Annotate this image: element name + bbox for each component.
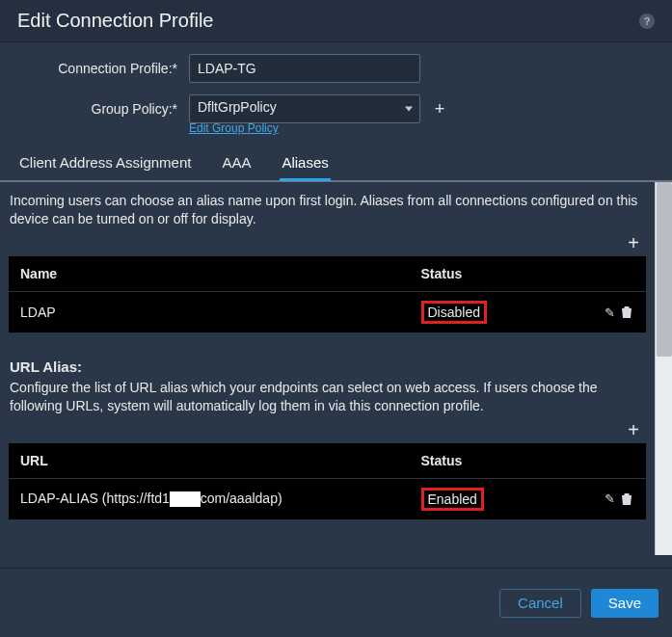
form-area: Connection Profile:* Group Policy:* Dflt… [0, 42, 672, 146]
add-url-alias-button[interactable]: + [624, 421, 643, 440]
url-status-cell: Enabled [410, 478, 564, 519]
row-connection-profile: Connection Profile:* [17, 54, 655, 83]
tab-aliases[interactable]: Aliases [280, 146, 330, 181]
add-alias-button[interactable]: + [624, 234, 643, 253]
table-row: LDAP-ALIAS (https://ftd1.com/aaaldap) En… [9, 478, 647, 519]
alias-description: Incoming users can choose an alias name … [8, 190, 647, 234]
status-badge: Enabled [421, 488, 484, 511]
url-col-actions [564, 442, 647, 478]
url-prefix: LDAP-ALIAS (https://ftd1 [20, 491, 170, 506]
url-col-status: Status [410, 442, 564, 478]
aliases-content: Incoming users can choose an alias name … [0, 182, 655, 555]
scrollbar[interactable] [655, 182, 672, 555]
chevron-down-icon [405, 107, 413, 112]
alias-name-cell: LDAP [9, 291, 410, 332]
dialog-header: Edit Connection Profile ? [0, 0, 672, 42]
url-alias-heading: URL Alias: [8, 357, 647, 377]
row-group-policy: Group Policy:* DfltGrpPolicy + [17, 94, 655, 123]
alias-table: Name Status LDAP Disabled ✎ [8, 255, 647, 333]
alias-col-actions [564, 255, 647, 291]
input-connection-profile[interactable] [189, 54, 420, 83]
select-group-policy-value: DfltGrpPolicy [189, 94, 420, 123]
tab-content-area: Incoming users can choose an alias name … [0, 181, 672, 555]
label-connection-profile: Connection Profile:* [17, 61, 189, 76]
edit-icon[interactable]: ✎ [602, 491, 617, 507]
save-button[interactable]: Save [591, 589, 659, 618]
alias-col-status: Status [410, 255, 564, 291]
scrollbar-thumb[interactable] [657, 183, 672, 357]
dialog-title: Edit Connection Profile [17, 10, 213, 32]
label-group-policy: Group Policy:* [17, 101, 189, 117]
cancel-button[interactable]: Cancel [499, 589, 581, 618]
tab-client-address-assignment[interactable]: Client Address Assignment [17, 146, 193, 181]
add-group-policy-button[interactable]: + [430, 99, 449, 119]
tabs: Client Address Assignment AAA Aliases [0, 146, 672, 181]
url-suffix: com/aaaldap) [201, 491, 282, 506]
edit-icon[interactable]: ✎ [602, 305, 617, 320]
select-group-policy[interactable]: DfltGrpPolicy [189, 94, 420, 123]
delete-icon[interactable] [619, 305, 634, 320]
url-cell: LDAP-ALIAS (https://ftd1.com/aaaldap) [9, 478, 410, 519]
tab-aaa[interactable]: AAA [220, 146, 253, 181]
url-masked: . [170, 491, 201, 506]
delete-icon[interactable] [619, 491, 634, 507]
url-alias-table: URL Status LDAP-ALIAS (https://ftd1.com/… [8, 442, 647, 520]
dialog-footer: Cancel Save [0, 568, 672, 637]
alias-col-name: Name [9, 255, 410, 291]
edit-group-policy-link[interactable]: Edit Group Policy [189, 121, 655, 135]
url-col-url: URL [9, 442, 410, 478]
help-icon[interactable]: ? [639, 13, 655, 29]
alias-status-cell: Disabled [410, 291, 564, 332]
table-row: LDAP Disabled ✎ [9, 291, 647, 332]
alias-actions-cell: ✎ [564, 291, 647, 332]
url-actions-cell: ✎ [564, 478, 647, 519]
url-alias-description: Configure the list of URL alias which yo… [8, 377, 647, 421]
status-badge: Disabled [421, 301, 487, 324]
